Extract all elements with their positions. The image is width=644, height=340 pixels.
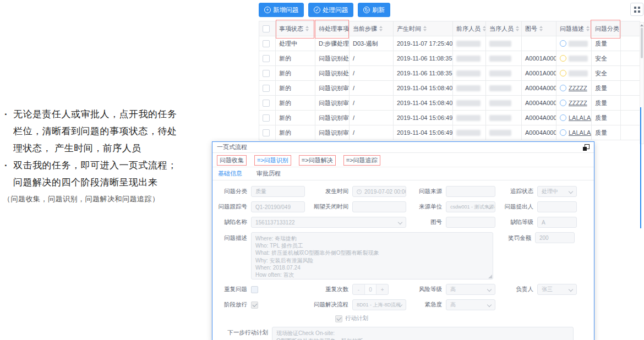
- action-plan-label: 行动计划: [345, 315, 368, 322]
- track-status-select[interactable]: 处理中: [537, 186, 577, 197]
- desc-link[interactable]: ZZZZZ: [569, 85, 587, 91]
- refresh-button[interactable]: ↻ 刷新: [358, 3, 390, 17]
- repeat-problem-checkbox[interactable]: [251, 286, 258, 293]
- basic-info-form: 问题分类 质量 发生时间 2019-07-02 00:00 问题来源 追踪状态 …: [212, 180, 594, 340]
- sort-icon[interactable]: [539, 26, 543, 31]
- current-person-cell: [486, 96, 522, 111]
- action-plan-checkbox[interactable]: [335, 315, 342, 322]
- sort-icon[interactable]: [586, 26, 590, 31]
- defect-name-select[interactable]: 1561137133122: [251, 217, 406, 228]
- refresh-circle-icon: ↻: [363, 7, 370, 13]
- solve-process-select[interactable]: 8D01 - 上海-8D流程: [352, 299, 406, 310]
- redacted-text: [489, 70, 511, 76]
- next-action-textarea[interactable]: 现场验证Check On-site: O型圈断口处有拉伤现象，疑似拉断: [272, 327, 574, 340]
- field-label: 追踪状态: [495, 188, 537, 195]
- column-header-create-time[interactable]: 产生时间: [394, 21, 453, 36]
- sort-icon[interactable]: [483, 26, 486, 31]
- drawing-no-cell: A0004A000: [522, 125, 556, 140]
- problem-source-field[interactable]: [446, 186, 495, 197]
- column-header-drawing-no[interactable]: 图号: [522, 21, 556, 36]
- problem-desc-cell: LALALAAL: [556, 111, 592, 125]
- table-row[interactable]: 处理中 D:步骤处理 D03-遏制 2019-11-07 17:25:40 质量: [259, 36, 640, 51]
- grid-icon: [634, 7, 636, 9]
- sort-icon[interactable]: [516, 26, 519, 31]
- table-row[interactable]: 新的 问题识别处理 / 2019-11-06 11:08:35 A0001A00…: [259, 66, 640, 81]
- subtab-approval-history[interactable]: 审批历程: [256, 169, 281, 178]
- urgency-select[interactable]: 高: [446, 299, 495, 310]
- table-row[interactable]: 新的 问题识别审核 / 2019-11-04 15:08:40 A0004A00…: [259, 96, 640, 111]
- create-time-cell: 2019-11-06 11:08:35: [394, 66, 453, 81]
- problem-desc-textarea[interactable]: Where: 奇瑞捷豹 Who: TPL 操作员工 What: 挤压釜机械双O型…: [251, 232, 493, 279]
- refresh-label: 刷新: [372, 6, 385, 14]
- stage-release-checkbox[interactable]: [251, 301, 258, 309]
- tab-problem-track[interactable]: =>问题追踪: [343, 155, 380, 166]
- proposer-field[interactable]: [537, 201, 577, 212]
- table-row[interactable]: 新的 问题识别审核 / 2019-11-04 15:08:40 A0004A00…: [259, 81, 640, 96]
- track-no-field[interactable]: Q1-20190/049: [251, 201, 305, 212]
- page-scroll-indicator: [640, 107, 641, 228]
- row-checkbox[interactable]: [263, 129, 270, 136]
- sort-icon[interactable]: [305, 26, 309, 31]
- column-settings-button[interactable]: [630, 3, 643, 16]
- desc-link[interactable]: ZZZZZ: [569, 100, 587, 106]
- process-problem-button[interactable]: ✓ 处理问题: [308, 3, 353, 17]
- sort-icon[interactable]: [379, 26, 383, 31]
- stepper-minus-icon[interactable]: -: [353, 284, 364, 294]
- form-row: 下一步行动计划 现场验证Check On-site: O型圈断口处有拉伤现象，疑…: [217, 327, 590, 340]
- prev-person-cell: [453, 66, 486, 81]
- select-all-checkbox[interactable]: [263, 25, 270, 32]
- add-problem-button[interactable]: + 新增问题: [259, 3, 304, 17]
- owner-select[interactable]: 张三: [537, 284, 577, 295]
- table-row[interactable]: 新的 问题识别审核 / 2019-11-04 15:06:49 A0004A00…: [259, 111, 640, 125]
- column-header-current-person[interactable]: 当序人员: [486, 21, 522, 36]
- field-label: 问题解决流程: [305, 301, 352, 309]
- row-checkbox[interactable]: [263, 40, 270, 47]
- create-time-cell: 2019-11-04 15:08:40: [394, 81, 453, 96]
- row-checkbox[interactable]: [263, 70, 270, 77]
- current-person-cell: [486, 51, 522, 66]
- risk-level-select[interactable]: 高: [446, 284, 495, 295]
- drawing-no-field[interactable]: [446, 217, 495, 228]
- reward-amount-field[interactable]: 200: [535, 232, 575, 243]
- tab-problem-solve[interactable]: =>问题解决: [299, 155, 336, 166]
- one-page-flow-dialog: 一页式流程 问题收集 =>问题识别 =>问题解决 =>问题追踪 基础信息 审批历…: [212, 141, 594, 340]
- problem-category-field[interactable]: 质量: [251, 186, 305, 197]
- column-header-prev-person[interactable]: 前序人员: [453, 21, 486, 36]
- field-label: 图号: [406, 218, 446, 226]
- desc-link[interactable]: LALALAAL: [569, 114, 592, 121]
- bullet-dot: ·: [4, 157, 8, 174]
- row-checkbox[interactable]: [263, 55, 270, 62]
- table-row[interactable]: 新的 问题识别处理 / 2019-11-06 11:08:35 A0001A00…: [259, 51, 640, 66]
- restore-window-icon[interactable]: [583, 144, 590, 151]
- create-time-cell: 2019-11-04 15:06:49: [394, 111, 453, 125]
- source-unit-select[interactable]: csdw001 - 测试来源单位1: [446, 201, 495, 212]
- scrollbar-thumb[interactable]: [641, 28, 643, 58]
- tab-problem-identify[interactable]: =>问题识别: [254, 155, 291, 166]
- redacted-text: [569, 41, 588, 47]
- expect-close-time-field[interactable]: [352, 201, 406, 212]
- defect-level-field[interactable]: A: [537, 217, 577, 228]
- row-checkbox[interactable]: [263, 85, 270, 92]
- redacted-text: [569, 70, 588, 76]
- column-header-problem-desc[interactable]: 问题描述: [556, 21, 592, 36]
- column-header-current-step[interactable]: 当前步骤: [350, 21, 394, 36]
- sort-icon[interactable]: [423, 26, 427, 31]
- current-step-cell: /: [350, 111, 394, 125]
- task-table-panel: + 新增问题 ✓ 处理问题 ↻ 刷新: [259, 2, 644, 140]
- dialog-title: 一页式流程: [217, 143, 247, 151]
- scroll-up-icon[interactable]: [640, 24, 643, 26]
- status-cell: 新的: [276, 111, 315, 125]
- stepper-plus-icon[interactable]: +: [376, 284, 388, 294]
- pending-type-cell: 问题识别审核: [315, 96, 350, 111]
- tab-problem-collect[interactable]: 问题收集: [217, 155, 247, 166]
- repeat-count-stepper[interactable]: - 0 +: [352, 284, 389, 295]
- desc-link[interactable]: LALALAAL: [569, 129, 592, 136]
- occur-time-field[interactable]: 2019-07-02 00:00: [352, 186, 406, 197]
- note-bullet-2: · 双击我的任务，即可进入一页式流程； 问题解决的四个阶段清晰呈现出来: [3, 157, 218, 191]
- table-row[interactable]: 新的 问题识别审核 / 2019-11-04 15:06:49 A0004A00…: [259, 125, 640, 140]
- subtab-basic-info[interactable]: 基础信息: [218, 169, 242, 178]
- row-checkbox[interactable]: [263, 100, 270, 107]
- row-checkbox[interactable]: [263, 114, 270, 122]
- column-header-status[interactable]: 事项状态: [276, 21, 315, 36]
- column-header-pending-type[interactable]: 待处理事项类..: [315, 21, 350, 36]
